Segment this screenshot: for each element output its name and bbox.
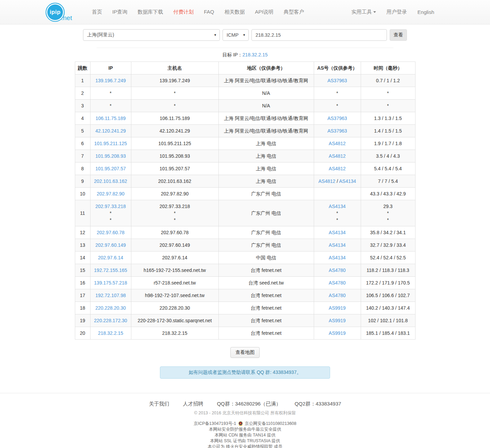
- cell-line: AS9919: [316, 330, 359, 337]
- asn-link[interactable]: AS4780: [329, 293, 346, 298]
- asn-link[interactable]: AS37963: [327, 128, 347, 134]
- asn-link[interactable]: AS4134: [329, 242, 346, 248]
- cell-line: 1.4 / 1.5 / 1.5: [363, 127, 413, 134]
- cell-line: 上海 阿里云/电信/联通/移动/铁通/教育网: [221, 115, 312, 122]
- nav-item[interactable]: English: [418, 9, 434, 15]
- cell-line: 139.175.57.218: [93, 279, 129, 286]
- region-cell: 中国 电信: [218, 252, 314, 264]
- cell-line: 上海 电信: [221, 165, 312, 172]
- ip-cell: 202.97.60.78: [90, 226, 131, 239]
- cell-line: 202.97.6.14: [133, 254, 216, 261]
- target-ip-line: 目标 IP：218.32.2.15: [0, 52, 490, 58]
- ip-link[interactable]: 202.97.6.14: [98, 255, 123, 260]
- asn-link[interactable]: AS9919: [329, 318, 346, 323]
- asn-link[interactable]: AS4780: [329, 280, 346, 286]
- cell-line: AS4780: [316, 279, 359, 286]
- ip-cell: 192.72.155.165: [90, 264, 131, 277]
- ip-cell: 202.97.33.218**: [90, 200, 131, 226]
- nav-item[interactable]: API说明: [255, 9, 273, 15]
- asn-cell: AS4812 / AS4134: [314, 175, 361, 188]
- asn-link[interactable]: AS4780: [329, 268, 346, 273]
- ip-link[interactable]: 192.72.155.165: [94, 268, 127, 273]
- host-cell: h98-192-72-107.seed.net.tw: [131, 289, 218, 302]
- ip-link[interactable]: 202.97.33.218: [95, 204, 126, 209]
- ip-link[interactable]: 202.97.60.149: [95, 242, 126, 248]
- ip-link[interactable]: 202.97.60.78: [97, 230, 125, 235]
- ip-link[interactable]: 101.95.207.57: [95, 166, 126, 171]
- cell-line: AS4812: [316, 140, 359, 147]
- cell-line: 1.9 / 1.7 / 1.8: [363, 140, 413, 147]
- cell-line: 台湾 fetnet.net: [221, 330, 312, 337]
- cell-line: 台湾 fetnet.net: [221, 305, 312, 311]
- time-cell: 118.2 / 118.3 / 118.3: [361, 264, 415, 277]
- ip-link[interactable]: 220.228.172.30: [94, 318, 127, 323]
- nav-item[interactable]: 典型客户: [283, 9, 304, 15]
- cell-line: 42.120.241.29: [133, 127, 216, 134]
- asn-link[interactable]: AS37963: [327, 116, 347, 121]
- nav-item[interactable]: 付费计划: [173, 9, 194, 15]
- target-ip-link[interactable]: 218.32.2.15: [243, 52, 268, 57]
- search-button[interactable]: 查看: [390, 29, 407, 41]
- ip-link[interactable]: 218.32.2.15: [98, 330, 123, 336]
- nav-item[interactable]: 首页: [92, 9, 102, 15]
- ip-link[interactable]: 220.228.20.30: [95, 305, 126, 311]
- region-cell: 广东广州 电信: [218, 226, 314, 239]
- nav-item[interactable]: 数据库下载: [137, 9, 163, 15]
- nav-item[interactable]: 相关数据: [224, 9, 245, 15]
- asn-link[interactable]: AS4812: [329, 166, 346, 171]
- hop-cell: 11: [75, 200, 90, 226]
- search-bar: 上海(阿里云) ▼ ICMP ▼ 查看: [0, 29, 490, 41]
- cell-line: 218.32.2.15: [93, 330, 129, 337]
- cell-line: 1.3 / 1.3 / 1.5: [363, 115, 413, 122]
- view-map-button[interactable]: 查看地图: [230, 347, 260, 358]
- location-select[interactable]: 上海(阿里云) ▼: [83, 29, 220, 41]
- asn-cell: AS4134**: [314, 200, 361, 226]
- host-cell: 202.97.33.218**: [131, 200, 218, 226]
- ip-link[interactable]: 202.101.63.162: [94, 178, 127, 184]
- nav-item[interactable]: IP查询: [112, 9, 127, 15]
- target-ip-input[interactable]: [251, 29, 387, 41]
- column-header: 主机名: [131, 62, 218, 74]
- footer-link[interactable]: 关于我们: [149, 401, 169, 407]
- asn-link[interactable]: AS4812: [318, 178, 336, 184]
- asn-cell: AS9919: [314, 327, 361, 340]
- table-row: 3**N/A**: [75, 100, 415, 112]
- hop-cell: 8: [75, 162, 90, 175]
- asn-link[interactable]: AS9919: [329, 330, 346, 336]
- provider-line: 本公司为 烽火台安全威胁情报联盟 成员: [0, 444, 490, 448]
- asn-link[interactable]: AS9919: [329, 305, 346, 311]
- asn-link[interactable]: AS4134: [329, 204, 346, 209]
- hop-cell: 14: [75, 252, 90, 264]
- ip-link[interactable]: 139.196.7.249: [95, 78, 126, 83]
- asn-link[interactable]: AS4812: [329, 153, 346, 159]
- ip-link[interactable]: 106.11.75.189: [96, 116, 126, 121]
- footer-link[interactable]: 人才招聘: [183, 401, 203, 407]
- ip-link[interactable]: 202.97.82.90: [97, 191, 125, 196]
- asn-link[interactable]: AS4134: [339, 178, 356, 184]
- target-ip-label: 目标 IP：: [222, 52, 242, 57]
- footer-text: QQ2群：433834937: [295, 401, 341, 407]
- ip-link[interactable]: 101.95.208.93: [95, 153, 126, 159]
- cell-line: 202.97.82.90: [133, 190, 216, 197]
- nav-item[interactable]: 实用工具: [352, 9, 376, 15]
- ip-link[interactable]: 42.120.241.29: [95, 128, 126, 134]
- ip-link[interactable]: 101.95.211.125: [94, 141, 127, 146]
- asn-link[interactable]: AS4134: [329, 230, 346, 235]
- cell-line: AS4812 / AS4134: [316, 178, 359, 185]
- asn-cell: AS4780: [314, 264, 361, 277]
- asn-link[interactable]: AS37963: [327, 78, 347, 83]
- ip-link[interactable]: 139.175.57.218: [94, 280, 127, 286]
- protocol-select[interactable]: ICMP ▼: [223, 29, 249, 41]
- asn-link[interactable]: AS4134: [329, 255, 346, 260]
- nav-item[interactable]: 用户登录: [387, 9, 407, 15]
- asn-link[interactable]: AS4812: [329, 141, 346, 146]
- column-header: AS号（仅供参考）: [314, 62, 361, 74]
- ip-link[interactable]: 192.72.107.98: [95, 293, 126, 298]
- hop-cell: 10: [75, 188, 90, 200]
- ip-cell: 202.97.82.90: [90, 188, 131, 200]
- nav-item[interactable]: FAQ: [204, 9, 214, 15]
- police-badge-icon: [238, 421, 243, 426]
- site-logo[interactable]: ipip .net: [45, 0, 76, 24]
- cell-line: 202.97.60.149: [93, 242, 129, 248]
- cell-line: 101.95.207.57: [93, 165, 129, 172]
